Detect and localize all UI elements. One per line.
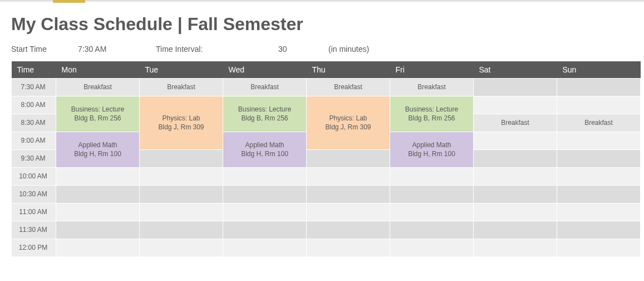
top-accent-bar	[0, 0, 644, 2]
event-breakfast[interactable]: Breakfast	[474, 114, 557, 132]
empty-cell[interactable]	[390, 167, 474, 185]
empty-cell[interactable]	[390, 239, 474, 256]
time-interval-value[interactable]: 30	[278, 45, 328, 54]
empty-cell[interactable]	[474, 167, 557, 185]
start-time-label: Start Time	[11, 45, 78, 54]
time-cell: 7:30 AM	[12, 78, 56, 96]
empty-cell[interactable]	[557, 149, 641, 167]
empty-cell[interactable]	[223, 167, 307, 185]
schedule-container: My Class Schedule | Fall Semester Start …	[0, 2, 644, 257]
event-business[interactable]: Business: Lecture Bldg B, Rm 256	[223, 96, 307, 132]
event-line1: Business: Lecture	[391, 105, 472, 114]
empty-cell[interactable]	[56, 167, 140, 185]
event-breakfast[interactable]: Breakfast	[223, 78, 307, 96]
empty-cell[interactable]	[474, 149, 557, 167]
empty-cell[interactable]	[474, 221, 557, 239]
empty-cell[interactable]	[223, 203, 307, 221]
table-row: 7:30 AM Breakfast Breakfast Breakfast Br…	[12, 78, 641, 96]
empty-cell[interactable]	[307, 185, 390, 203]
empty-cell[interactable]	[557, 203, 641, 221]
empty-cell[interactable]	[223, 221, 307, 239]
empty-cell[interactable]	[557, 167, 641, 185]
empty-cell[interactable]	[474, 185, 557, 203]
empty-cell[interactable]	[474, 78, 557, 96]
event-business[interactable]: Business: Lecture Bldg B, Rm 256	[390, 96, 474, 132]
event-breakfast[interactable]: Breakfast	[307, 78, 390, 96]
empty-cell[interactable]	[56, 203, 140, 221]
empty-cell[interactable]	[140, 239, 223, 256]
empty-cell[interactable]	[557, 96, 641, 114]
header-wed: Wed	[223, 61, 307, 78]
event-math[interactable]: Applied Math Bldg H, Rm 100	[223, 132, 307, 167]
empty-cell[interactable]	[140, 149, 223, 167]
time-cell: 9:30 AM	[12, 149, 56, 167]
empty-cell[interactable]	[223, 185, 307, 203]
table-row: 12:00 PM	[12, 239, 641, 256]
header-mon: Mon	[56, 61, 140, 78]
event-line2: Bldg B, Rm 256	[57, 114, 138, 123]
empty-cell[interactable]	[140, 221, 223, 239]
event-math[interactable]: Applied Math Bldg H, Rm 100	[390, 132, 474, 167]
event-breakfast[interactable]: Breakfast	[56, 78, 140, 96]
start-time-value[interactable]: 7:30 AM	[78, 45, 156, 54]
empty-cell[interactable]	[307, 203, 390, 221]
time-interval-label: Time Interval:	[156, 45, 278, 54]
event-line2: Bldg J, Rm 309	[308, 123, 389, 132]
empty-cell[interactable]	[557, 132, 641, 149]
event-breakfast[interactable]: Breakfast	[140, 78, 223, 96]
empty-cell[interactable]	[307, 167, 390, 185]
empty-cell[interactable]	[474, 239, 557, 256]
empty-cell[interactable]	[307, 221, 390, 239]
time-cell: 11:00 AM	[12, 203, 56, 221]
event-line2: Bldg H, Rm 100	[57, 149, 138, 158]
header-sun: Sun	[557, 61, 641, 78]
header-thu: Thu	[307, 61, 390, 78]
empty-cell[interactable]	[307, 239, 390, 256]
event-line2: Bldg J, Rm 309	[141, 123, 222, 132]
empty-cell[interactable]	[557, 185, 641, 203]
empty-cell[interactable]	[56, 185, 140, 203]
header-sat: Sat	[474, 61, 557, 78]
event-physics[interactable]: Physics: Lab Bldg J, Rm 309	[307, 96, 390, 149]
table-row: 10:00 AM	[12, 167, 641, 185]
time-cell: 11:30 AM	[12, 221, 56, 239]
empty-cell[interactable]	[140, 167, 223, 185]
empty-cell[interactable]	[474, 203, 557, 221]
empty-cell[interactable]	[56, 239, 140, 256]
empty-cell[interactable]	[56, 221, 140, 239]
table-row: 10:30 AM	[12, 185, 641, 203]
empty-cell[interactable]	[223, 239, 307, 256]
empty-cell[interactable]	[557, 78, 641, 96]
event-line1: Applied Math	[224, 140, 305, 149]
event-physics[interactable]: Physics: Lab Bldg J, Rm 309	[140, 96, 223, 149]
event-business[interactable]: Business: Lecture Bldg B, Rm 256	[56, 96, 140, 132]
table-row: 11:30 AM	[12, 221, 641, 239]
time-cell: 10:30 AM	[12, 185, 56, 203]
empty-cell[interactable]	[307, 149, 390, 167]
empty-cell[interactable]	[390, 185, 474, 203]
event-line1: Applied Math	[57, 140, 138, 149]
empty-cell[interactable]	[140, 203, 223, 221]
time-interval-hint: (in minutes)	[328, 45, 369, 54]
event-line1: Business: Lecture	[57, 105, 138, 114]
event-breakfast[interactable]: Breakfast	[557, 114, 641, 132]
table-row: 11:00 AM	[12, 203, 641, 221]
header-fri: Fri	[390, 61, 474, 78]
table-row: 8:00 AM Business: Lecture Bldg B, Rm 256…	[12, 96, 641, 114]
schedule-table: Time Mon Tue Wed Thu Fri Sat Sun 7:30 AM…	[11, 61, 641, 257]
event-line2: Bldg H, Rm 100	[224, 149, 305, 158]
event-math[interactable]: Applied Math Bldg H, Rm 100	[56, 132, 140, 167]
header-time: Time	[12, 61, 56, 78]
header-tue: Tue	[140, 61, 223, 78]
empty-cell[interactable]	[474, 96, 557, 114]
empty-cell[interactable]	[140, 185, 223, 203]
empty-cell[interactable]	[557, 239, 641, 256]
header-row: Time Mon Tue Wed Thu Fri Sat Sun	[12, 61, 641, 78]
event-line1: Applied Math	[391, 140, 472, 149]
empty-cell[interactable]	[390, 221, 474, 239]
event-breakfast[interactable]: Breakfast	[390, 78, 474, 96]
empty-cell[interactable]	[390, 203, 474, 221]
time-cell: 8:30 AM	[12, 114, 56, 132]
empty-cell[interactable]	[557, 221, 641, 239]
empty-cell[interactable]	[474, 132, 557, 149]
